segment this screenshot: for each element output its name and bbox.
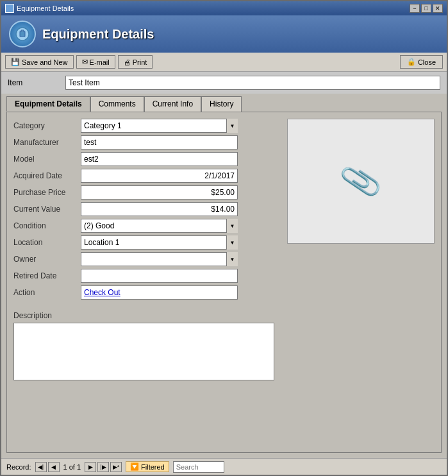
category-select-wrapper: Category 1 Category 2 Category 3 ▼ — [81, 119, 238, 133]
current-value-input[interactable] — [81, 202, 238, 216]
save-icon: 💾 — [11, 58, 20, 66]
owner-row: Owner ▼ — [13, 252, 274, 266]
location-select-wrapper: Location 1 Location 2 Location 3 ▼ — [81, 235, 238, 250]
header-icon — [9, 21, 36, 47]
manufacturer-row: Manufacturer — [13, 135, 274, 149]
close-icon: 🔒 — [407, 58, 416, 66]
search-input[interactable] — [173, 461, 224, 473]
window-close-button[interactable]: ✕ — [433, 4, 443, 13]
item-row: Item — [1, 72, 447, 94]
minimize-button[interactable]: − — [410, 4, 420, 13]
prev-record-button[interactable]: ◀ — [48, 462, 60, 472]
tab-row: Equipment Details Comments Current Info … — [6, 96, 442, 112]
acquired-date-row: Acquired Date — [13, 169, 274, 183]
owner-select[interactable] — [81, 252, 238, 266]
save-and-new-button[interactable]: 💾 Save and New — [5, 55, 74, 69]
status-bar: Record: ◀| ◀ 1 of 1 ▶ |▶ ▶* 🔽 Filtered — [1, 458, 447, 475]
description-label: Description — [13, 311, 274, 320]
condition-row: Condition (1) Excellent (2) Good (3) Fai… — [13, 219, 274, 233]
condition-select[interactable]: (1) Excellent (2) Good (3) Fair (4) Poor — [81, 219, 238, 233]
toolbar: 💾 Save and New ✉ E-mail 🖨 Print 🔒 Close — [1, 53, 447, 72]
tab-content: Category Category 1 Category 2 Category … — [6, 112, 442, 453]
title-bar: Equipment Details − □ ✕ — [1, 1, 447, 15]
category-label: Category — [13, 121, 81, 130]
category-select[interactable]: Category 1 Category 2 Category 3 — [81, 119, 238, 133]
current-value-row: Current Value — [13, 202, 274, 216]
email-icon: ✉ — [82, 58, 88, 66]
purchase-price-input[interactable] — [81, 185, 238, 200]
location-row: Location Location 1 Location 2 Location … — [13, 235, 274, 250]
main-window: Equipment Details − □ ✕ Equipment Detail… — [0, 0, 448, 476]
record-info: 1 of 1 — [61, 463, 84, 471]
retired-date-row: Retired Date — [13, 269, 274, 283]
equipment-icon — [15, 26, 30, 42]
check-out-link[interactable]: Check Out — [84, 288, 120, 297]
toolbar-left: 💾 Save and New ✉ E-mail 🖨 Print — [5, 55, 153, 69]
purchase-price-row: Purchase Price — [13, 185, 274, 200]
record-label: Record: — [6, 463, 31, 471]
last-record-button[interactable]: |▶ — [97, 462, 109, 472]
model-input[interactable] — [81, 152, 238, 166]
item-label: Item — [8, 78, 59, 87]
manufacturer-label: Manufacturer — [13, 138, 81, 147]
filtered-label: Filtered — [141, 463, 165, 471]
current-value-label: Current Value — [13, 205, 81, 214]
acquired-date-label: Acquired Date — [13, 171, 81, 180]
retired-date-label: Retired Date — [13, 271, 81, 280]
print-button[interactable]: 🖨 Print — [118, 55, 153, 69]
location-select[interactable]: Location 1 Location 2 Location 3 — [81, 235, 238, 250]
item-input[interactable] — [65, 76, 440, 90]
condition-select-wrapper: (1) Excellent (2) Good (3) Fair (4) Poor… — [81, 219, 238, 233]
model-row: Model — [13, 152, 274, 166]
email-button[interactable]: ✉ E-mail — [76, 55, 115, 69]
category-row: Category Category 1 Category 2 Category … — [13, 119, 274, 133]
filtered-badge: 🔽 Filtered — [126, 461, 169, 472]
model-label: Model — [13, 155, 81, 164]
retired-date-input[interactable] — [81, 269, 238, 283]
location-label: Location — [13, 238, 81, 247]
condition-label: Condition — [13, 221, 81, 230]
tab-current-info[interactable]: Current Info — [144, 96, 201, 112]
filter-icon: 🔽 — [130, 463, 139, 471]
header-area: Equipment Details — [1, 15, 447, 53]
app-icon — [5, 4, 14, 13]
next-record-button[interactable]: ▶ — [85, 462, 96, 472]
action-label: Action — [13, 288, 81, 297]
form-section: Category Category 1 Category 2 Category … — [13, 119, 274, 446]
new-record-button[interactable]: ▶* — [110, 462, 122, 472]
owner-select-wrapper: ▼ — [81, 252, 238, 266]
nav-controls: ◀| ◀ 1 of 1 ▶ |▶ ▶* — [35, 462, 122, 472]
close-button[interactable]: 🔒 Close — [400, 55, 443, 69]
title-bar-controls: − □ ✕ — [410, 4, 443, 13]
window-title: Equipment Details — [17, 4, 74, 12]
tabs-container: Equipment Details Comments Current Info … — [1, 94, 447, 458]
owner-label: Owner — [13, 255, 81, 264]
header-title: Equipment Details — [42, 27, 154, 42]
paperclip-icon: 📎 — [338, 159, 384, 204]
image-area: 📎 — [287, 119, 435, 244]
restore-button[interactable]: □ — [421, 4, 431, 13]
tab-comments[interactable]: Comments — [90, 96, 144, 112]
description-section: Description — [13, 307, 274, 382]
manufacturer-input[interactable] — [81, 135, 238, 149]
purchase-price-label: Purchase Price — [13, 188, 81, 197]
first-record-button[interactable]: ◀| — [35, 462, 47, 472]
title-bar-left: Equipment Details — [5, 4, 74, 13]
action-row: Action Check Out — [13, 285, 274, 300]
tab-history[interactable]: History — [201, 96, 242, 112]
acquired-date-input[interactable] — [81, 169, 238, 183]
description-textarea[interactable] — [13, 323, 274, 380]
print-icon: 🖨 — [124, 58, 131, 66]
tab-equipment-details[interactable]: Equipment Details — [6, 96, 90, 112]
